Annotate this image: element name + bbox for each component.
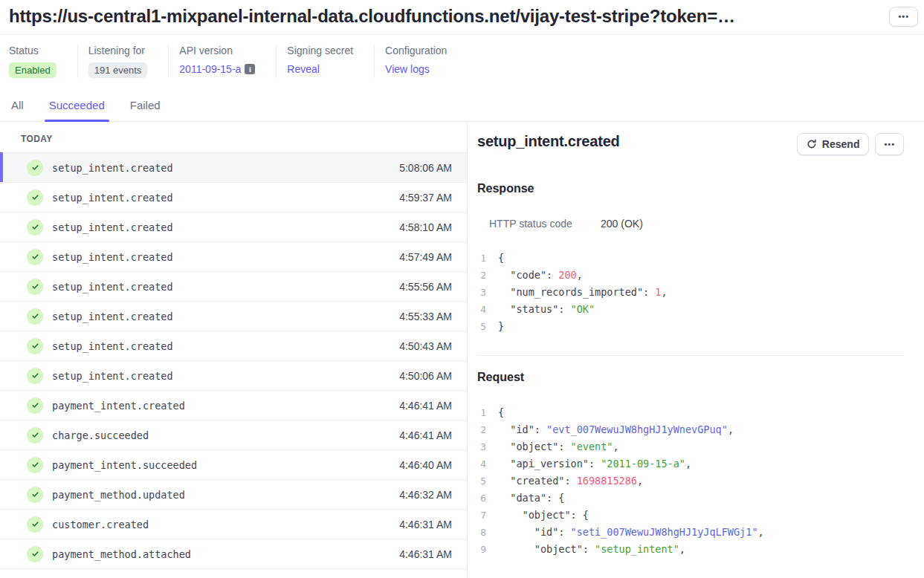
tab-failed[interactable]: Failed (128, 93, 163, 121)
code-line: 5} (477, 318, 904, 335)
code-text: "status": "OK" (498, 301, 595, 318)
info-icon: i (245, 64, 255, 74)
code-line: 3 "object": "event", (477, 438, 904, 455)
request-code-block: 1{2 "id": "evt_007WewuJW8hgHJ1yWnevGPuq"… (477, 404, 904, 558)
success-check-icon (27, 397, 43, 414)
line-number: 7 (477, 507, 486, 524)
success-check-icon (27, 338, 43, 354)
line-number: 6 (477, 490, 486, 507)
event-time: 4:59:37 AM (399, 192, 452, 204)
meta-label: Configuration (385, 45, 447, 56)
code-text: { (498, 404, 504, 421)
event-time: 4:46:31 AM (399, 519, 452, 530)
event-list: TODAY setup_intent.created5:08:06 AMsetu… (0, 122, 468, 578)
list-item[interactable]: setup_intent.created4:59:37 AM (0, 183, 467, 212)
signing-secret-link[interactable]: Reveal (287, 63, 320, 75)
event-time: 4:46:41 AM (399, 400, 452, 412)
resend-label: Resend (822, 138, 860, 150)
resend-button[interactable]: Resend (797, 133, 870, 155)
event-name: payment_method.updated (52, 489, 185, 501)
code-line: 9 "object": "setup_intent", (477, 541, 904, 558)
success-check-icon (27, 189, 43, 206)
meta-label: API version (179, 45, 255, 56)
list-item[interactable]: setup_intent.created4:58:10 AM (0, 212, 467, 242)
response-code-block: 1{2 "code": 200,3 "num_records_imported"… (477, 250, 904, 335)
code-text: "api_version": "2011-09-15-a", (498, 455, 691, 473)
list-item[interactable]: payment_method.updated4:46:32 AM (0, 480, 467, 510)
event-title: setup_intent.created (477, 133, 620, 150)
event-time: 4:55:33 AM (399, 311, 452, 322)
list-item[interactable]: payment_method.attached4:46:31 AM (0, 539, 467, 569)
code-line: 8 "id": "seti_007WewuJW8hgHJ1yJqLFWGj1", (477, 524, 904, 541)
event-name: payment_intent.created (52, 400, 185, 412)
page-header: https://us-central1-mixpanel-internal-da… (0, 0, 924, 35)
code-line: 5 "created": 1698815286, (477, 473, 904, 490)
code-line: 3 "num_records_imported": 1, (477, 284, 904, 301)
detail-panel: setup_intent.created Resend ••• (468, 122, 924, 578)
status-badge: Enabled (9, 62, 56, 78)
content: TODAY setup_intent.created5:08:06 AMsetu… (0, 122, 924, 578)
success-check-icon (27, 427, 43, 444)
api-version-link[interactable]: 2011-09-15-ai (179, 63, 255, 75)
event-time: 5:08:06 AM (399, 162, 452, 174)
event-name: charge.succeeded (52, 429, 149, 441)
list-item[interactable]: payment_intent.created4:46:41 AM (0, 391, 467, 420)
line-number: 3 (477, 284, 486, 301)
detail-overflow-button[interactable]: ••• (875, 133, 904, 155)
line-number: 3 (477, 438, 486, 455)
list-item[interactable]: setup_intent.created4:55:33 AM (0, 302, 467, 331)
line-number: 1 (477, 250, 486, 267)
code-line: 6 "data": { (477, 490, 904, 507)
overflow-icon: ••• (884, 140, 895, 149)
event-time: 4:50:06 AM (399, 370, 452, 382)
code-line: 2 "code": 200, (477, 267, 904, 284)
endpoint-url: https://us-central1-mixpanel-internal-da… (9, 6, 889, 27)
list-item[interactable]: setup_intent.created5:08:06 AM (0, 153, 467, 183)
line-number: 9 (477, 541, 486, 558)
meta-label: Status (9, 45, 56, 56)
event-name: setup_intent.created (52, 370, 173, 382)
line-number: 8 (477, 524, 486, 541)
event-name: payment_method.attached (52, 548, 191, 560)
line-number: 5 (477, 318, 486, 335)
detail-actions: Resend ••• (797, 133, 904, 155)
list-item[interactable]: setup_intent.created4:55:56 AM (0, 272, 467, 302)
success-check-icon (27, 160, 43, 176)
line-number: 5 (477, 473, 486, 490)
success-check-icon (27, 457, 43, 473)
event-rows: setup_intent.created5:08:06 AMsetup_inte… (0, 153, 467, 569)
code-line: 4 "api_version": "2011-09-15-a", (477, 455, 904, 473)
success-check-icon (27, 516, 43, 533)
success-check-icon (27, 219, 43, 236)
list-item[interactable]: setup_intent.created4:50:06 AM (0, 361, 467, 391)
meta-item-configuration: ConfigurationView logs (374, 45, 468, 78)
event-time: 4:50:43 AM (399, 340, 452, 352)
list-item[interactable]: setup_intent.created4:50:43 AM (0, 331, 467, 361)
event-name: setup_intent.created (52, 311, 173, 322)
configuration-link[interactable]: View logs (385, 63, 430, 75)
event-time: 4:46:40 AM (399, 459, 452, 471)
configuration-value: View logs (385, 63, 430, 75)
success-check-icon (27, 308, 43, 325)
header-overflow-button[interactable]: ••• (889, 7, 918, 27)
resend-icon (807, 139, 817, 149)
success-check-icon (27, 487, 43, 503)
response-heading: Response (477, 182, 904, 195)
meta-item-api-version: API version2011-09-15-ai (168, 45, 276, 78)
tab-succeeded[interactable]: Succeeded (47, 93, 107, 121)
line-number: 4 (477, 455, 486, 473)
list-item[interactable]: charge.succeeded4:46:41 AM (0, 420, 467, 450)
code-text: "data": { (498, 490, 564, 507)
list-item[interactable]: payment_intent.succeeded4:46:40 AM (0, 450, 467, 480)
list-item[interactable]: customer.created4:46:31 AM (0, 510, 467, 539)
http-status-value: 200 (OK) (601, 218, 643, 230)
tab-bar: AllSucceededFailed (0, 93, 924, 122)
tab-all[interactable]: All (9, 93, 26, 121)
list-item[interactable]: setup_intent.created4:57:49 AM (0, 242, 467, 272)
http-status-row: HTTP status code 200 (OK) (477, 218, 904, 230)
event-time: 4:46:31 AM (399, 548, 452, 560)
meta-item-signing-secret: Signing secretReveal (276, 45, 374, 78)
code-text: "id": "evt_007WewuJW8hgHJ1yWnevGPuq", (498, 421, 734, 438)
code-text: "object": { (498, 507, 589, 524)
meta-item-status: StatusEnabled (9, 45, 77, 78)
